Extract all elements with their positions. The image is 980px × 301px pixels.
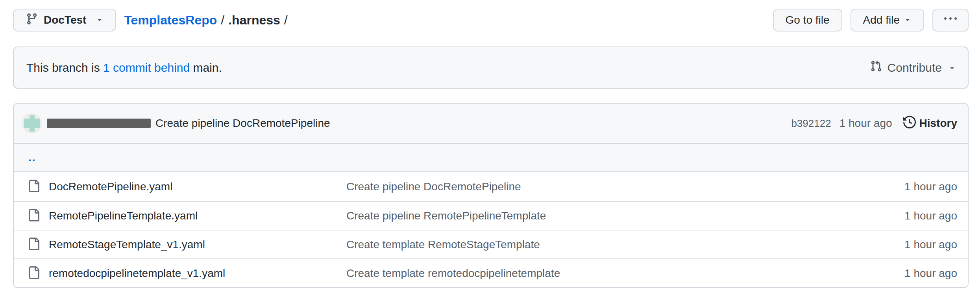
file-icon [28,209,40,223]
parent-directory-link[interactable]: .. [28,151,36,164]
file-commit-time: 1 hour ago [867,267,957,280]
breadcrumb-current-folder: .harness [228,13,280,28]
commit-author-redacted [47,119,151,128]
file-name-cell: RemoteStageTemplate_v1.yaml [28,238,346,252]
kebab-horizontal-icon [944,13,957,28]
file-icon [28,238,40,252]
contribute-label: Contribute [888,61,942,74]
repo-file-browser: DocTest TemplatesRepo / .harness / Go to… [0,0,980,288]
branch-status-prefix: This branch is [26,61,103,74]
breadcrumb-repo-link[interactable]: TemplatesRepo [124,13,217,28]
latest-commit-info: Create pipeline DocRemotePipeline [22,113,330,134]
latest-commit-message-link[interactable]: Create pipeline DocRemotePipeline [155,117,330,130]
commit-sha-link[interactable]: b392122 [791,117,831,130]
file-commit-time: 1 hour ago [867,238,957,251]
more-options-button[interactable] [932,9,969,32]
branch-status-banner: This branch is 1 commit behind main. Con… [13,46,969,89]
file-commit-message-link[interactable]: Create pipeline DocRemotePipeline [346,180,867,193]
file-commit-time: 1 hour ago [867,180,957,193]
file-commit-time: 1 hour ago [867,210,957,222]
add-file-button[interactable]: Add file [851,9,924,32]
file-icon [28,266,40,281]
parent-directory-row: .. [14,144,968,172]
file-name-link[interactable]: RemoteStageTemplate_v1.yaml [49,238,205,251]
git-branch-icon [26,13,38,28]
branch-status-text: This branch is 1 commit behind main. [26,61,222,74]
file-commit-message-link[interactable]: Create template RemoteStageTemplate [346,238,867,251]
chevron-down-icon [96,14,104,26]
file-name-link[interactable]: remotedocpipelinetemplate_v1.yaml [49,267,225,280]
file-icon [28,180,40,194]
add-file-label: Add file [863,14,900,26]
table-row: RemoteStageTemplate_v1.yaml Create templ… [14,230,968,258]
commits-behind-link[interactable]: 1 commit behind [103,61,190,74]
contribute-button[interactable]: Contribute [868,60,958,75]
breadcrumb-trailing-separator: / [284,13,288,28]
breadcrumb-separator: / [221,13,224,28]
repo-header-bar: DocTest TemplatesRepo / .harness / Go to… [13,9,969,32]
avatar-redaction-shape [30,115,35,132]
table-row: RemotePipelineTemplate.yaml Create pipel… [14,201,968,230]
file-name-link[interactable]: DocRemotePipeline.yaml [49,180,172,193]
table-row: DocRemotePipeline.yaml Create pipeline D… [14,172,968,201]
latest-commit-meta: b392122 1 hour ago History [791,116,957,131]
file-name-cell: remotedocpipelinetemplate_v1.yaml [28,266,346,281]
breadcrumb: TemplatesRepo / .harness / [124,13,291,28]
commit-time: 1 hour ago [839,117,892,130]
latest-commit-row: Create pipeline DocRemotePipeline b39212… [14,104,968,144]
table-row: remotedocpipelinetemplate_v1.yaml Create… [14,258,968,287]
avatar[interactable] [22,113,42,134]
file-name-cell: RemotePipelineTemplate.yaml [28,209,346,223]
file-table: Create pipeline DocRemotePipeline b39212… [13,103,969,288]
go-to-file-label: Go to file [786,14,830,26]
git-pull-request-icon [870,60,882,75]
repo-action-buttons: Go to file Add file [773,9,969,32]
file-commit-message-link[interactable]: Create template remotedocpipelinetemplat… [346,267,867,280]
branch-and-breadcrumb: DocTest TemplatesRepo / .harness / [13,9,292,32]
branch-selector-button[interactable]: DocTest [13,9,116,32]
go-to-file-button[interactable]: Go to file [773,9,842,32]
history-icon [903,116,916,131]
branch-status-suffix: main. [190,61,222,74]
file-name-cell: DocRemotePipeline.yaml [28,180,346,194]
chevron-down-icon [904,14,912,26]
file-name-link[interactable]: RemotePipelineTemplate.yaml [49,210,198,222]
history-link[interactable]: History [903,116,957,131]
current-branch-label: DocTest [44,14,86,26]
file-commit-message-link[interactable]: Create pipeline RemotePipelineTemplate [346,210,867,222]
history-label: History [919,117,957,130]
chevron-down-icon [948,61,956,74]
